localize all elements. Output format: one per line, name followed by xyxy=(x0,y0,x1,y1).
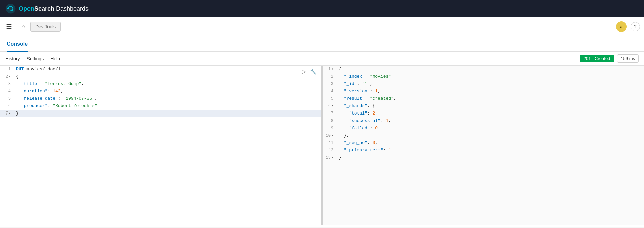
resp-line-4-content: "_version": 1, xyxy=(336,88,644,95)
editor-icons: ▷ 🔧 xyxy=(301,68,317,75)
status-badge: 201 - Created xyxy=(580,55,614,62)
response-line-5: 5 "result": "created", xyxy=(323,95,644,102)
console-toolbar-right: 201 - Created 159 ms xyxy=(580,54,639,63)
response-line-10: 10 ▴ }, xyxy=(323,132,644,139)
resp-line-8-content: "successful": 1, xyxy=(336,117,644,125)
line-number-7: 7 ▴ xyxy=(0,110,13,117)
editor-line-5-content: "release_date": "1994-07-06", xyxy=(13,95,321,102)
resp-line-number-9: 9 xyxy=(323,125,336,132)
resp-line-3-content: "_id": "1", xyxy=(336,80,644,88)
line-number-2: 2 ▾ xyxy=(0,73,13,80)
response-line-1: 1 ▾ { xyxy=(323,66,644,73)
response-line-4: 4 "_version": 1, xyxy=(323,88,644,95)
timing-badge: 159 ms xyxy=(617,54,639,63)
resp-line-5-content: "result": "created", xyxy=(336,95,644,102)
editor-line-7: 7 ▴ } xyxy=(0,110,321,117)
editor-line-4: 4 "duration": 142, xyxy=(0,88,321,95)
resp-line-12-content: "_primary_term": 1 xyxy=(336,147,644,154)
response-line-12: 12 "_primary_term": 1 xyxy=(323,147,644,154)
console-tab[interactable]: Console xyxy=(7,36,28,52)
resp-line-number-5: 5 xyxy=(323,95,336,102)
response-line-2: 2 "_index": "movies", xyxy=(323,73,644,80)
resp-line-number-8: 8 xyxy=(323,117,336,125)
wrench-button[interactable]: 🔧 xyxy=(309,68,317,75)
run-icon: ▷ xyxy=(302,69,306,74)
resp-line-number-11: 11 xyxy=(323,139,336,147)
hamburger-icon: ☰ xyxy=(6,23,12,31)
toolbar-right: a ? xyxy=(616,21,640,32)
resp-line-number-3: 3 xyxy=(323,80,336,88)
dev-console: History Settings Help 201 - Created 159 … xyxy=(0,52,644,227)
resp-line-7-content: "total": 2, xyxy=(336,110,644,117)
editor-line-2: 2 ▾ { xyxy=(0,73,321,80)
response-code-area: 1 ▾ { 2 "_index": "movies", 3 "_id": "1"… xyxy=(323,66,644,161)
editor-line-3: 3 "title": "Forrest Gump", xyxy=(0,80,321,88)
history-button[interactable]: History xyxy=(5,55,20,62)
drag-handle[interactable]: ⋮ xyxy=(158,213,164,220)
toolbar: ☰ ⌂ Dev Tools a ? xyxy=(0,17,644,36)
home-button[interactable]: ⌂ xyxy=(20,21,27,32)
user-avatar[interactable]: a xyxy=(616,21,627,32)
line-number-1: 1 xyxy=(0,66,13,73)
editor-line-5: 5 "release_date": "1994-07-06", xyxy=(0,95,321,102)
page: Console History Settings Help 201 - Crea… xyxy=(0,36,644,227)
editor-line-6: 6 "producer": "Robert Zemeckis" xyxy=(0,102,321,110)
editor-line-1: 1 PUT movies/_doc/1 xyxy=(0,66,321,73)
line-number-5: 5 xyxy=(0,95,13,102)
breadcrumb-devtools-button[interactable]: Dev Tools xyxy=(30,22,61,32)
split-pane: 1 PUT movies/_doc/1 2 ▾ { 3 "title": "Fo… xyxy=(0,66,644,225)
line-number-3: 3 xyxy=(0,80,13,88)
run-query-button[interactable]: ▷ xyxy=(301,68,307,75)
editor-line-7-content: } xyxy=(13,110,321,117)
resp-line-11-content: "_seq_no": 0, xyxy=(336,139,644,147)
editor-line-1-content: PUT movies/_doc/1 xyxy=(13,66,321,73)
resp-line-9-content: "failed": 0 xyxy=(336,125,644,132)
resp-line-number-10: 10 ▴ xyxy=(323,132,336,139)
toolbar-divider xyxy=(17,21,17,32)
console-header: Console xyxy=(0,36,644,52)
resp-line-1-content: { xyxy=(336,66,644,73)
response-line-11: 11 "_seq_no": 0, xyxy=(323,139,644,147)
wrench-icon: 🔧 xyxy=(310,69,317,74)
resp-line-6-content: "_shards": { xyxy=(336,102,644,110)
resp-line-number-1: 1 ▾ xyxy=(323,66,336,73)
resp-line-2-content: "_index": "movies", xyxy=(336,73,644,80)
resp-line-10-content: }, xyxy=(336,132,644,139)
editor-code-area[interactable]: 1 PUT movies/_doc/1 2 ▾ { 3 "title": "Fo… xyxy=(0,66,321,117)
resp-line-number-2: 2 xyxy=(323,73,336,80)
resp-line-13-content: } xyxy=(336,154,644,161)
console-toolbar: History Settings Help 201 - Created 159 … xyxy=(0,52,644,66)
editor-line-3-content: "title": "Forrest Gump", xyxy=(13,80,321,88)
editor-line-2-content: { xyxy=(13,73,321,80)
response-line-8: 8 "successful": 1, xyxy=(323,117,644,125)
navbar-brand: OpenSearch Dashboards xyxy=(5,3,89,14)
response-line-13: 13 ▴ } xyxy=(323,154,644,161)
resp-line-number-6: 6 ▾ xyxy=(323,102,336,110)
opensearch-logo xyxy=(5,3,16,14)
home-icon: ⌂ xyxy=(22,23,25,30)
response-pane: 1 ▾ { 2 "_index": "movies", 3 "_id": "1"… xyxy=(323,66,644,225)
resp-line-number-12: 12 xyxy=(323,147,336,154)
editor-line-4-content: "duration": 142, xyxy=(13,88,321,95)
help-menu-button[interactable]: Help xyxy=(50,55,60,62)
navbar-title: OpenSearch Dashboards xyxy=(19,5,89,12)
response-line-9: 9 "failed": 0 xyxy=(323,125,644,132)
response-line-7: 7 "total": 2, xyxy=(323,110,644,117)
settings-button[interactable]: Settings xyxy=(27,55,44,62)
editor-line-6-content: "producer": "Robert Zemeckis" xyxy=(13,102,321,110)
menu-button[interactable]: ☰ xyxy=(4,21,14,33)
response-line-6: 6 ▾ "_shards": { xyxy=(323,102,644,110)
resp-line-number-13: 13 ▴ xyxy=(323,154,336,161)
help-icon: ? xyxy=(634,24,637,29)
editor-pane[interactable]: 1 PUT movies/_doc/1 2 ▾ { 3 "title": "Fo… xyxy=(0,66,323,225)
navbar: OpenSearch Dashboards xyxy=(0,0,644,17)
resp-line-number-4: 4 xyxy=(323,88,336,95)
line-number-6: 6 xyxy=(0,102,13,110)
resp-line-number-7: 7 xyxy=(323,110,336,117)
line-number-4: 4 xyxy=(0,88,13,95)
response-line-3: 3 "_id": "1", xyxy=(323,80,644,88)
svg-point-1 xyxy=(7,8,9,10)
help-button[interactable]: ? xyxy=(631,22,640,31)
